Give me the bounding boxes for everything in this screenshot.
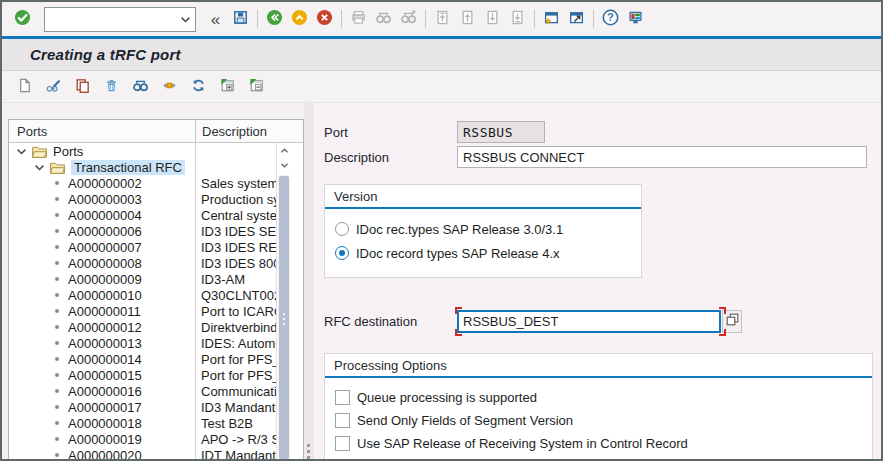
panel-splitter[interactable] (304, 103, 314, 461)
back-button[interactable] (262, 6, 287, 33)
copy-button[interactable] (70, 73, 95, 100)
port-name: A000000020 (68, 448, 142, 461)
chevron-down-icon[interactable] (175, 13, 195, 26)
checkbox-icon[interactable] (335, 413, 350, 428)
ports-tree-panel: Ports Description PortsTransactional RFC… (8, 119, 304, 461)
description-label: Description (324, 150, 457, 165)
display-change-button[interactable] (41, 73, 66, 100)
page-up-button[interactable] (455, 6, 480, 33)
collapse-command-field-button[interactable]: « (203, 6, 228, 33)
tree-item[interactable]: A000000011Port to ICARO_I (9, 303, 276, 319)
exit-button[interactable] (287, 6, 312, 33)
tree-item-description: Q30CLNT002 (195, 288, 276, 303)
last-page-button[interactable] (505, 6, 530, 33)
enter-button[interactable] (10, 6, 35, 33)
tree-row-transactional-rfc[interactable]: Transactional RFC (9, 159, 276, 175)
tree-item[interactable]: A000000013IDES: Automotiv (9, 335, 276, 351)
checkbox-icon[interactable] (335, 390, 350, 405)
create-shortcut-button[interactable] (564, 6, 589, 33)
processing-options-groupbox: Processing Options Queue processing is s… (324, 353, 873, 461)
expander-chevron-icon[interactable] (15, 144, 29, 158)
print-button[interactable] (346, 6, 371, 33)
tree-item[interactable]: A000000012Direktverbindung (9, 319, 276, 335)
find-button[interactable] (128, 73, 153, 100)
tree-item[interactable]: A000000007ID3 IDES REC 80 (9, 239, 276, 255)
scroll-up-icon[interactable] (277, 143, 291, 158)
page-title: Creating a tRFC port (30, 46, 181, 63)
description-field[interactable]: RSSBUS CONNECT (457, 146, 867, 168)
collapse-all-icon (248, 77, 265, 97)
toolbar-separator (341, 10, 342, 28)
tree-scrollbar[interactable] (276, 143, 291, 460)
version-radio-option-2[interactable]: IDoc record types SAP Release 4.x (335, 241, 631, 265)
tree-item[interactable]: A000000003Production syste (9, 191, 276, 207)
tree-body: PortsTransactional RFCA000000002Sales sy… (9, 143, 303, 460)
tree-item[interactable]: A000000015Port for PFS_ID (9, 367, 276, 383)
scroll-down-icon[interactable] (277, 158, 291, 173)
monitor-icon (627, 9, 644, 29)
tree-item[interactable]: A000000019APO -> R/3 Sch (9, 431, 276, 447)
tree-row-ports-root[interactable]: Ports (9, 143, 276, 159)
splitter-grip-icon[interactable] (307, 444, 310, 447)
tree-item-description: ID3-AM (195, 272, 276, 287)
checkbox-label: Send Only Fields of Segment Version (357, 413, 573, 428)
port-name: A000000006 (68, 224, 142, 239)
find-next-button[interactable] (396, 6, 421, 33)
port-name: A000000014 (68, 352, 142, 367)
new-session-button[interactable] (539, 6, 564, 33)
collapse-all-button[interactable] (244, 73, 269, 100)
command-field[interactable] (44, 7, 196, 32)
first-page-button[interactable] (430, 6, 455, 33)
scrollbar-track[interactable] (278, 175, 290, 460)
expand-all-button[interactable] (215, 73, 240, 100)
tree-item[interactable]: A000000002Sales system (9, 175, 276, 191)
tree-item[interactable]: A000000017ID3 Mandant 80 (9, 399, 276, 415)
tree-item[interactable]: A000000006ID3 IDES SENDE (9, 223, 276, 239)
tree-item-description: Central system (195, 208, 276, 223)
find-button[interactable] (371, 6, 396, 33)
rfc-destination-field[interactable]: RSSBUS_DEST (457, 310, 721, 333)
save-button[interactable] (228, 6, 253, 33)
toolbar-separator (593, 10, 594, 28)
command-input[interactable] (45, 8, 175, 31)
page-down-button[interactable] (480, 6, 505, 33)
cancel-button[interactable] (312, 6, 337, 33)
page-down-icon (484, 9, 501, 29)
scrollbar-thumb[interactable] (279, 176, 289, 459)
port-name: A000000018 (68, 416, 142, 431)
radio-button-icon[interactable] (335, 246, 349, 260)
toolbar-separator (257, 10, 258, 28)
shortcut-icon (568, 9, 585, 29)
processing-option-2[interactable]: Send Only Fields of Segment Version (335, 409, 862, 432)
tree-item-description: Port for PFS_ID (195, 368, 276, 383)
version-radio-option-1[interactable]: IDoc rec.types SAP Release 3.0/3.1 (335, 217, 631, 241)
tree-item[interactable]: A000000009ID3-AM (9, 271, 276, 287)
tree-item[interactable]: A000000014Port for PFS_ID (9, 351, 276, 367)
expander-chevron-icon[interactable] (33, 160, 47, 174)
copy-icon (74, 77, 91, 97)
floppy-icon (232, 9, 249, 29)
select-block-button[interactable] (157, 73, 182, 100)
port-field[interactable]: RSSBUS (457, 121, 545, 143)
tree-rows: PortsTransactional RFCA000000002Sales sy… (9, 143, 276, 460)
delete-button[interactable] (99, 73, 124, 100)
tree-item[interactable]: A000000008ID3 IDES 800 (9, 255, 276, 271)
tree-item[interactable]: A000000004Central system (9, 207, 276, 223)
checkbox-icon[interactable] (335, 436, 350, 451)
refresh-button[interactable] (186, 73, 211, 100)
customize-layout-button[interactable] (623, 6, 648, 33)
tree-item[interactable]: A000000020IDT Mandant 80 (9, 447, 276, 460)
bullet-icon (55, 437, 59, 441)
create-button[interactable] (12, 73, 37, 100)
radio-button-icon[interactable] (335, 222, 349, 236)
port-name: A000000015 (68, 368, 142, 383)
tree-item[interactable]: A000000016Communication (9, 383, 276, 399)
processing-option-3[interactable]: Use SAP Release of Receiving System in C… (335, 432, 862, 455)
tree-item[interactable]: A000000010Q30CLNT002 (9, 287, 276, 303)
tree-node-label: Transactional RFC (71, 160, 185, 175)
tree-item[interactable]: A000000018Test B2B (9, 415, 276, 431)
processing-options-title: Processing Options (325, 354, 872, 378)
help-button[interactable]: ? (598, 6, 623, 33)
processing-option-1[interactable]: Queue processing is supported (335, 386, 862, 409)
tree-item-description: IDES: Automotiv (195, 336, 276, 351)
